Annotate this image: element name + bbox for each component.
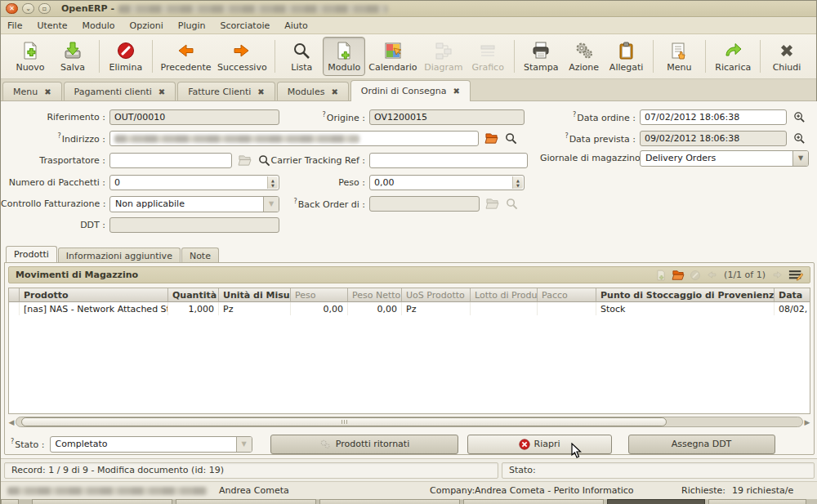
riapri-button[interactable]: Riapri <box>467 435 612 454</box>
data-ordine-field[interactable]: 07/02/2012 18:06:38 <box>640 109 787 125</box>
switch-view-icon[interactable] <box>788 269 803 281</box>
redacted-server-info <box>7 487 208 495</box>
toolbar-label: Calendario <box>368 62 417 73</box>
notebook-tab-informazioni[interactable]: Informazioni aggiuntive <box>58 248 181 263</box>
column-header-punto-stoccaggio[interactable]: Punto di Stoccaggio di Provenienza <box>596 288 775 302</box>
search-record-icon[interactable] <box>504 132 518 145</box>
print-button[interactable]: Stampa <box>520 37 563 76</box>
taskbar-item[interactable] <box>32 499 172 504</box>
column-header-quantita[interactable]: Quantità <box>168 288 219 302</box>
column-header-unita[interactable]: Unità di Misura <box>219 288 291 302</box>
open-row-icon[interactable] <box>672 270 685 281</box>
scrollbar-thumb[interactable] <box>21 417 667 426</box>
menu-scorciatoie[interactable]: Scorciatoie <box>220 20 270 31</box>
arrow-left-icon <box>176 41 195 60</box>
assegna-ddt-button[interactable]: Assegna DDT <box>628 435 775 454</box>
save-button[interactable]: Salva <box>51 37 94 76</box>
menu-plugin[interactable]: Plugin <box>178 20 206 31</box>
company-name: Andrea Cometa - Perito Informatico <box>475 485 634 496</box>
horizontal-scrollbar[interactable]: ◀ ▶ <box>7 416 811 428</box>
attachments-button[interactable]: Allegati <box>605 37 648 76</box>
taskbar-item[interactable] <box>1 499 19 504</box>
numero-pacchetti-field[interactable]: 0 ▲▼ <box>109 175 279 190</box>
window-maximize-button[interactable]: ▫ <box>38 3 51 14</box>
new-button[interactable]: Nuovo <box>9 37 51 76</box>
tab-fatture-clienti[interactable]: Fatture Clienti✖ <box>177 82 275 100</box>
save-icon <box>63 41 83 60</box>
cell-punto-stoccaggio: Stock <box>596 302 775 315</box>
new-row-icon <box>655 270 667 281</box>
taskbar-item[interactable] <box>176 499 316 504</box>
scrollbar-track[interactable] <box>16 417 803 427</box>
spin-down-icon[interactable]: ▼ <box>516 183 520 188</box>
column-header-peso[interactable]: Peso <box>291 288 348 302</box>
requests-count[interactable]: 19 richiesta/e <box>732 485 793 496</box>
column-header-uos[interactable]: UoS Prodotto <box>402 288 471 302</box>
taskbar-item[interactable] <box>708 499 806 504</box>
indirizzo-field[interactable] <box>109 131 479 146</box>
spinner-buttons[interactable]: ▲▼ <box>267 176 278 189</box>
menu-modulo[interactable]: Modulo <box>83 20 115 31</box>
diagram-icon <box>434 41 453 60</box>
column-header-prodotto[interactable]: Prodotto <box>20 288 168 302</box>
peso-field[interactable]: 0,00 ▲▼ <box>369 175 525 190</box>
notebook-tab-bar: Prodotti Informazioni aggiuntive Note <box>6 246 220 263</box>
tab-modules[interactable]: Modules✖ <box>277 82 349 100</box>
tab-close-icon[interactable]: ✖ <box>331 87 337 96</box>
close-tab-button[interactable]: Chiudi <box>766 37 808 76</box>
column-header-data[interactable]: Data <box>775 288 810 302</box>
window-minimize-button[interactable]: ⌄ <box>22 3 34 14</box>
menu-utente[interactable]: Utente <box>37 20 67 31</box>
table-row[interactable]: [nas] NAS - Network Attached Storage 1,0… <box>9 302 810 315</box>
list-view-button[interactable]: Lista <box>280 37 323 76</box>
scroll-right-icon[interactable]: ▶ <box>803 418 811 426</box>
next-button[interactable]: Successivo <box>214 37 270 76</box>
carrier-tracking-ref-field[interactable] <box>369 153 528 168</box>
previous-button[interactable]: Precedente <box>158 37 215 76</box>
tab-label: Menu <box>13 87 38 97</box>
menu-file[interactable]: File <box>7 20 22 31</box>
stato-combo: Completato ▼ <box>50 436 252 453</box>
action-button[interactable]: Azione <box>563 37 605 76</box>
chevron-down-icon[interactable]: ▼ <box>792 151 808 166</box>
column-header-pacco[interactable]: Pacco <box>538 288 596 302</box>
date-picker-icon[interactable] <box>792 132 806 145</box>
menu-button[interactable]: Menu <box>658 37 700 76</box>
tab-close-icon[interactable]: ✖ <box>158 87 165 96</box>
tab-menu[interactable]: Menu✖ <box>2 82 62 100</box>
calendar-view-button[interactable]: Calendario <box>365 37 420 76</box>
spin-down-icon[interactable]: ▼ <box>271 183 275 188</box>
tab-pagamenti-clienti[interactable]: Pagamenti clienti✖ <box>64 82 176 100</box>
menu-aiuto[interactable]: Aiuto <box>284 20 308 31</box>
toolbar-label: Azione <box>569 62 599 73</box>
delete-button[interactable]: Elimina <box>105 37 147 76</box>
prodotti-ritornati-button[interactable]: Prodotti ritornati <box>270 435 458 454</box>
notebook-tab-prodotti[interactable]: Prodotti <box>6 246 57 263</box>
mouse-cursor <box>571 443 583 459</box>
tab-close-icon[interactable]: ✖ <box>257 87 264 96</box>
tab-ordini-di-consegna[interactable]: Ordini di Consegna✖ <box>350 80 471 101</box>
giornale-combo[interactable]: Delivery Orders ▼ <box>640 150 809 167</box>
taskbar-item[interactable] <box>319 499 460 504</box>
notebook-tab-note[interactable]: Note <box>181 248 219 263</box>
origine-field: OV1200015 <box>369 109 525 125</box>
menu-opzioni[interactable]: Opzioni <box>130 20 163 31</box>
toolbar-label: Elimina <box>109 62 143 73</box>
open-record-icon[interactable] <box>484 132 498 145</box>
taskbar-item[interactable] <box>463 499 604 504</box>
column-header-peso-netto[interactable]: Peso Netto <box>348 288 402 302</box>
scroll-left-icon[interactable]: ◀ <box>7 418 16 426</box>
window-close-button[interactable]: ✕ <box>6 3 18 14</box>
trasportatore-field[interactable] <box>109 153 232 168</box>
cell-lotto <box>471 302 538 315</box>
reload-button[interactable]: Ricarica <box>711 37 755 76</box>
tab-close-icon[interactable]: ✖ <box>453 87 459 96</box>
field-help-marker: ? <box>11 438 14 445</box>
column-header-lotto[interactable]: Lotto di Produzione <box>471 288 538 302</box>
tab-close-icon[interactable]: ✖ <box>44 87 51 96</box>
field-help-marker: ? <box>323 111 326 118</box>
date-picker-icon[interactable] <box>792 111 806 124</box>
form-view-button[interactable]: Modulo <box>323 37 365 76</box>
spinner-buttons[interactable]: ▲▼ <box>512 176 523 189</box>
taskbar-item-active[interactable] <box>607 499 705 504</box>
